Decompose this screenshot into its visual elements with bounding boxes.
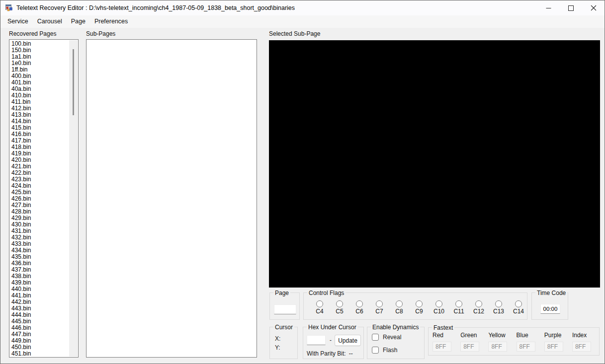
fastext-column: Yellow 8FF <box>488 332 511 352</box>
control-flag: C13 <box>489 300 509 315</box>
fastext-column: Blue 8FF <box>517 332 539 352</box>
radio-button-icon[interactable] <box>356 300 363 307</box>
fastext-value-box: 8FF <box>488 342 507 352</box>
close-button[interactable] <box>582 0 605 15</box>
control-flag-label: C9 <box>415 308 423 315</box>
hex-under-cursor-label: Hex Under Cursor <box>307 324 358 331</box>
fastext-columns: Red 8FF Green 8FF Yellow 8FF Blue <box>432 332 595 352</box>
hex-input[interactable] <box>307 335 326 345</box>
control-flag-label: C5 <box>336 308 343 315</box>
page-group-label: Page <box>273 290 290 296</box>
control-flag-label: C7 <box>375 308 383 315</box>
maximize-button[interactable] <box>560 0 582 15</box>
control-flag: C6 <box>349 300 369 315</box>
control-flag-label: C6 <box>355 308 363 315</box>
enable-dynamics-group: Enable Dynamics Reveal Flash <box>367 327 425 359</box>
radio-button-icon[interactable] <box>336 300 343 307</box>
checkbox-icon[interactable] <box>372 334 379 341</box>
cursor-group: Cursor X: Y: <box>269 327 298 359</box>
menu-item[interactable]: Preferences <box>90 15 132 28</box>
menu-item[interactable]: Carousel <box>33 15 67 28</box>
titlebar: Teletext Recovery Editor : D:\vhs-telete… <box>0 0 605 15</box>
cursor-x-label: X: <box>275 335 280 342</box>
menu-item[interactable]: Service <box>3 15 33 28</box>
parity-value: -- <box>349 350 353 357</box>
parity-label: With Parity Bit: <box>307 350 346 357</box>
menu-item[interactable]: Page <box>67 15 90 28</box>
minimize-icon <box>546 5 551 11</box>
radio-button-icon[interactable] <box>455 300 462 307</box>
control-flag: C9 <box>409 300 429 315</box>
control-flag-label: C10 <box>433 308 444 315</box>
fastext-value-box: 8FF <box>572 342 591 352</box>
window-title: Teletext Recovery Editor : D:\vhs-telete… <box>16 0 295 15</box>
dynamics-option: Flash <box>372 347 401 354</box>
scrollbar-thumb[interactable] <box>73 49 74 115</box>
selected-sub-page-label: Selected Sub-Page <box>269 30 320 37</box>
enable-dynamics-options: Reveal Flash <box>372 334 401 360</box>
control-flag-label: C4 <box>316 308 323 315</box>
recovered-pages-label: Recovered Pages <box>9 30 56 37</box>
enable-dynamics-label: Enable Dynamics <box>371 324 420 331</box>
control-flags-row: C4 C5 C6 C7 <box>310 300 528 315</box>
fastext-button-name: Yellow <box>488 332 511 339</box>
control-flag-label: C8 <box>395 308 403 315</box>
fastext-button-name: Red <box>432 332 455 339</box>
teletext-screen[interactable] <box>269 40 600 288</box>
radio-button-icon[interactable] <box>396 300 403 307</box>
parity-row: With Parity Bit:-- <box>307 350 353 357</box>
radio-button-icon[interactable] <box>376 300 383 307</box>
recovered-pages-list[interactable]: 100.bin150.bin1a1.bin1e0.bin1ff.bin400.b… <box>9 39 79 358</box>
radio-button-icon[interactable] <box>435 300 442 307</box>
radio-button-icon[interactable] <box>495 300 502 307</box>
control-flags-group: Control Flags C4 C5 C6 <box>303 292 527 320</box>
control-flag-label: C14 <box>513 308 524 315</box>
cursor-group-label: Cursor <box>273 324 294 331</box>
fastext-label: Fastext <box>432 324 454 331</box>
dynamics-option: Reveal <box>372 334 401 341</box>
minimize-button[interactable] <box>537 0 560 15</box>
control-flag: C12 <box>469 300 489 315</box>
dynamics-option-label: Reveal <box>383 334 401 341</box>
hex-separator: - <box>330 337 332 344</box>
page-group: Page <box>269 292 300 320</box>
control-flag: C14 <box>509 300 528 315</box>
checkbox-icon[interactable] <box>372 347 379 354</box>
fastext-button-name: Blue <box>517 332 539 339</box>
fastext-column: Green 8FF <box>460 332 483 352</box>
time-code-input[interactable] <box>540 304 560 314</box>
control-flag-label: C12 <box>473 308 484 315</box>
fastext-column: Index 8FF <box>572 332 595 352</box>
fastext-column: Red 8FF <box>432 332 455 352</box>
radio-button-icon[interactable] <box>316 300 323 307</box>
cursor-y-label: Y: <box>275 344 280 351</box>
fastext-value-box: 8FF <box>544 342 563 352</box>
control-flag: C10 <box>429 300 449 315</box>
file-item[interactable]: 451.bin <box>9 351 69 357</box>
fastext-button-name: Purple <box>544 332 567 339</box>
radio-button-icon[interactable] <box>416 300 423 307</box>
time-code-label: Time Code <box>535 290 567 296</box>
caption-buttons <box>537 0 605 15</box>
update-button[interactable]: Update <box>335 335 361 346</box>
radio-button-icon[interactable] <box>475 300 482 307</box>
hex-under-cursor-group: Hex Under Cursor - Update With Parity Bi… <box>303 327 364 359</box>
control-flag: C7 <box>369 300 389 315</box>
fastext-value-box: 8FF <box>517 342 535 352</box>
fastext-group: Fastext Red 8FF Green 8FF Yellow <box>428 327 600 356</box>
file-items: 100.bin150.bin1a1.bin1e0.bin1ff.bin400.b… <box>9 41 69 357</box>
fastext-column: Purple 8FF <box>544 332 567 352</box>
maximize-icon <box>568 5 574 11</box>
control-flag: C5 <box>330 300 349 315</box>
client-area: Recovered Pages Sub-Pages Selected Sub-P… <box>0 28 605 364</box>
menu-bar: ServiceCarouselPagePreferences <box>0 15 605 28</box>
control-flag: C4 <box>310 300 330 315</box>
control-flag: C8 <box>389 300 409 315</box>
page-input[interactable] <box>274 304 296 314</box>
fastext-value-box: 8FF <box>460 342 479 352</box>
app-window: Teletext Recovery Editor : D:\vhs-telete… <box>0 0 605 364</box>
sub-pages-list[interactable] <box>86 39 257 358</box>
radio-button-icon[interactable] <box>515 300 522 307</box>
scrollbar-track[interactable] <box>69 40 78 357</box>
app-icon <box>5 4 13 12</box>
